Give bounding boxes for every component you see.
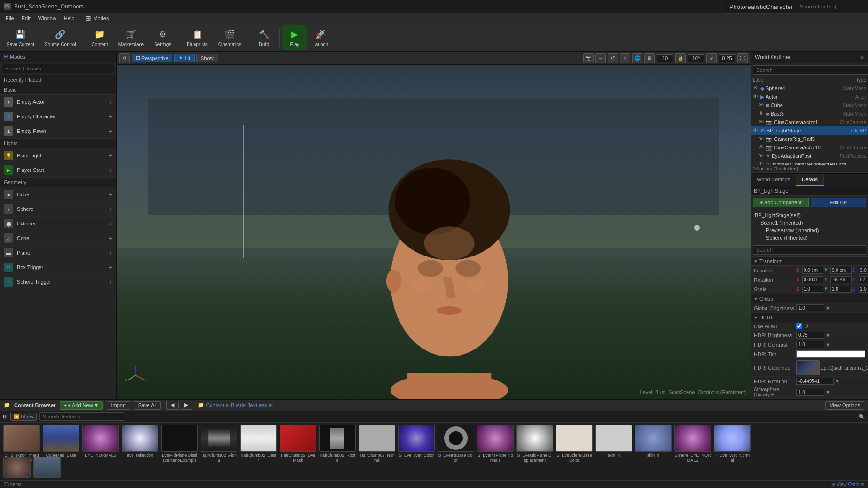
grid-icon[interactable]: ⊞ xyxy=(644,53,655,63)
world-icon[interactable]: 🌐 xyxy=(632,53,642,63)
vis-icon[interactable]: 👁 xyxy=(759,144,765,151)
content-button[interactable]: 📁 Content xyxy=(87,25,113,50)
modes-button[interactable]: ⊞ Modes xyxy=(82,14,112,23)
vis-icon[interactable]: 👁 xyxy=(759,102,765,108)
view-options-button[interactable]: View Options xyxy=(825,401,864,410)
empty-char-add[interactable]: + xyxy=(109,113,112,120)
breadcrumb-textures[interactable]: Textures xyxy=(248,403,267,408)
perspective-button[interactable]: ⊞Perspective xyxy=(132,54,172,62)
settings-button[interactable]: ⚙ Settings xyxy=(149,25,176,50)
angle-input[interactable] xyxy=(688,54,704,62)
sphere-item[interactable]: ● Sphere + xyxy=(0,202,116,217)
asset-hairclump-dyemask[interactable]: HairClump02_DyeMask xyxy=(279,425,317,463)
marketplace-button[interactable]: 🛒 Marketplace xyxy=(114,25,149,50)
snap-icon[interactable]: 🔒 xyxy=(675,53,686,63)
outliner-camera-rail5[interactable]: 👁 📷 CameraRig_Rail5 xyxy=(751,135,868,143)
point-light-item[interactable]: 💡 Point Light + xyxy=(0,148,116,163)
scale-snap-icon[interactable]: ⤢ xyxy=(706,53,717,63)
launch-button[interactable]: 🚀 Launch xyxy=(308,25,333,50)
cone-add[interactable]: + xyxy=(109,234,112,242)
hdri-brightness-input[interactable] xyxy=(796,332,824,339)
location-y[interactable] xyxy=(830,267,852,274)
view-options-link[interactable]: ⊞ View Options xyxy=(831,482,864,487)
menu-item-edit[interactable]: Edit xyxy=(18,15,34,22)
asset-t-eye-wet[interactable]: T_Eye_Wet_Normal xyxy=(713,425,751,463)
sphere-add[interactable]: + xyxy=(109,205,112,213)
outliner-eyeadaption[interactable]: 👁 ✦ EyeAdaptionPost PostProcess xyxy=(751,152,868,160)
filters-button[interactable]: 🔽 Filters xyxy=(10,413,37,421)
previsarrow-item[interactable]: PrevisArrow (Inherited) xyxy=(753,226,866,234)
point-light-add[interactable]: + xyxy=(109,152,112,159)
empty-pawn-item[interactable]: ♟ Empty Pawn + xyxy=(0,124,116,139)
use-hdri-checkbox[interactable] xyxy=(796,323,802,329)
details-tab[interactable]: Details xyxy=(796,174,824,186)
details-search-input[interactable] xyxy=(753,245,866,255)
player-start-add[interactable]: + xyxy=(109,166,112,174)
cb-search-input[interactable] xyxy=(39,412,124,421)
save-current-button[interactable]: 💾 Save Current xyxy=(2,25,39,50)
import-button[interactable]: Import xyxy=(107,401,130,410)
outliner-cinecamera1b[interactable]: 👁 📷 CineCameraActor1B CineCamera xyxy=(751,143,868,152)
global-brightness-input[interactable] xyxy=(796,304,824,311)
scale-y[interactable] xyxy=(830,286,852,293)
outliner-search[interactable] xyxy=(753,65,868,75)
asset-s-eyeiris-base[interactable]: S_EyeIrisBase Color xyxy=(437,425,475,463)
hdri-rotation-arrow[interactable]: ▼ xyxy=(835,379,840,384)
outliner-lightmass[interactable]: 👁 □ LightmassCharacterIndirectDetailVol xyxy=(751,160,868,165)
sphere-trigger-add[interactable]: + xyxy=(109,278,112,286)
outliner-bust3[interactable]: 👁 ■ Bust3 StaticMesh xyxy=(751,109,868,118)
box-trigger-item[interactable]: □ Box Trigger + xyxy=(0,260,116,275)
viewport[interactable]: X Y Z Level: Bust_ScanScene_Outdoors (Pe… xyxy=(117,65,751,399)
scale-x[interactable] xyxy=(802,286,823,293)
save-all-button[interactable]: Save All xyxy=(134,401,161,410)
asset-skin-n[interactable]: skin_n xyxy=(634,425,672,458)
asset-eye-reflection[interactable]: eye_reflection xyxy=(121,425,159,458)
asset-hairclump-alpha[interactable]: HairClump02_Alpha xyxy=(200,425,238,463)
scale-z[interactable] xyxy=(859,286,868,293)
player-start-item[interactable]: ▶ Player Start + xyxy=(0,163,116,178)
lit-button[interactable]: ☀Lit xyxy=(174,54,195,62)
vis-icon[interactable]: 👁 xyxy=(759,153,765,159)
box-trigger-add[interactable]: + xyxy=(109,263,112,271)
menu-item-help[interactable]: Help xyxy=(60,15,78,22)
hdri-brightness-arrow[interactable]: ▼ xyxy=(825,333,830,338)
camera-settings-icon[interactable]: 📷 xyxy=(583,53,594,63)
world-settings-tab[interactable]: World Settings xyxy=(751,174,796,186)
asset-hairclump-roots[interactable]: HairClump02_Roots xyxy=(319,425,356,463)
geometry-section-header[interactable]: Geometry xyxy=(0,178,116,187)
outliner-actor[interactable]: 👁 ▶ Actor Actor xyxy=(751,93,868,101)
use-hdri-settings[interactable]: ⚙ xyxy=(804,323,809,329)
asset-hairclump-normal[interactable]: HairClump02_Normal xyxy=(358,425,396,463)
outliner-cube[interactable]: 👁 ■ Cube StaticMesh xyxy=(751,101,868,109)
search-classes-input[interactable] xyxy=(2,64,114,73)
empty-character-item[interactable]: 👤 Empty Character + xyxy=(0,109,116,124)
asset-s-eyemidplane[interactable]: S_EyeMidPlane Displacement xyxy=(516,425,554,463)
sphere-trigger-item[interactable]: ○ Sphere Trigger + xyxy=(0,275,116,289)
grid-size-input[interactable] xyxy=(657,54,673,62)
bp-self-item[interactable]: BP_LightStage(self) xyxy=(753,211,866,219)
menu-item-file[interactable]: File xyxy=(2,15,18,22)
maximize-icon[interactable]: ⛶ xyxy=(737,53,748,63)
empty-actor-item[interactable]: ● Empty Actor + xyxy=(0,95,116,109)
asset-sphere-eye-normals[interactable]: Sphere_EYE_NORMALS xyxy=(674,425,712,463)
cube-item[interactable]: ■ Cube + xyxy=(0,187,116,202)
cube-add[interactable]: + xyxy=(109,191,112,198)
hdri-rotation-input[interactable] xyxy=(796,378,834,385)
cb-forward-button[interactable]: ▶ xyxy=(180,401,192,410)
add-new-button[interactable]: + + Add New ▼ xyxy=(60,401,103,410)
scene1-item[interactable]: Scene1 (Inherited) xyxy=(753,219,866,226)
asset-cubemap-base[interactable]: CubeMap_Base xyxy=(42,425,80,458)
outliner-cinecamera1[interactable]: 👁 📷 CineCameraActor1 CineCamera xyxy=(751,118,868,126)
asset-eye-normals[interactable]: EYE_NORMALS xyxy=(82,425,119,458)
plane-add[interactable]: + xyxy=(109,249,112,256)
hdri-contrast-arrow[interactable]: ▼ xyxy=(825,342,830,348)
cb-back-button[interactable]: ◀ xyxy=(166,401,179,410)
play-button[interactable]: ▶ Play xyxy=(282,25,307,50)
menu-item-window[interactable]: Window xyxy=(34,15,60,22)
outliner-sphere4[interactable]: 👁 ◆ Sphere4 StaticMesh xyxy=(751,84,868,93)
hdri-tint-color[interactable] xyxy=(796,350,865,358)
atm-h-arrow[interactable]: ▼ xyxy=(825,389,830,395)
asset-hairclump-depth[interactable]: HairClump02_Depth xyxy=(240,425,277,463)
asset-skin-h[interactable]: skin_h xyxy=(595,425,633,458)
outliner-bp-lightstage[interactable]: 👁 ⚙ BP_LightStage Edit BP xyxy=(751,126,868,135)
